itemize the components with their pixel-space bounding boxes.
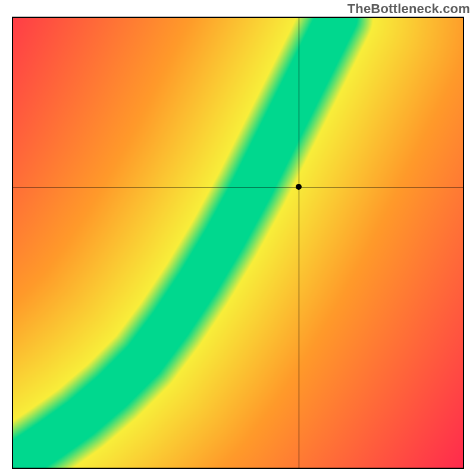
heatmap-canvas (13, 18, 463, 468)
crosshair-horizontal (13, 187, 463, 187)
watermark-text: TheBottleneck.com (347, 1, 470, 17)
chart-root: TheBottleneck.com (0, 0, 476, 476)
crosshair-vertical (299, 18, 299, 468)
crosshair-dot (296, 184, 302, 190)
plot-frame (12, 17, 464, 469)
